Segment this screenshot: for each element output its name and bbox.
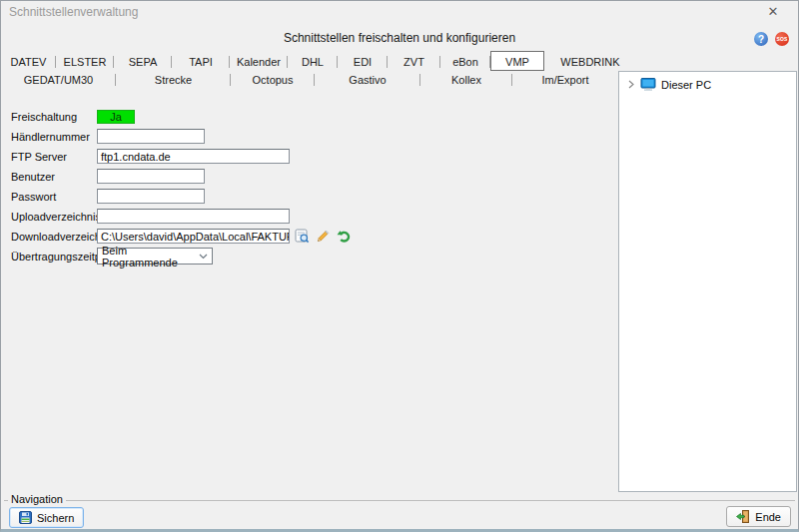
field-label-freischaltung: Freischaltung (11, 111, 97, 123)
tab-bar-row1: DATEVELSTERSEPATAPIKalenderDHLEDIZVTeBon… (1, 53, 798, 71)
tab-sepa[interactable]: SEPA (114, 53, 172, 71)
tab-gastivo[interactable]: Gastivo (315, 71, 420, 89)
h-ndlernummer-input[interactable] (97, 129, 205, 144)
preview-icon[interactable] (295, 229, 310, 244)
page-title: Schnittstellen freischalten und konfigur… (284, 31, 515, 45)
field-tool-icons (295, 229, 352, 244)
computer-icon (640, 78, 656, 91)
schnittstellenverwaltung-window: Schnittstellenverwaltung ✕ Schnittstelle… (0, 0, 799, 532)
tree-item-dieser-pc[interactable]: Dieser PC (619, 76, 796, 93)
uploadverzeichnis-input[interactable] (97, 209, 290, 224)
field-label-ftp-server: FTP Server (11, 151, 97, 163)
field-label-uploadverzeichnis: Uploadverzeichnis (11, 211, 97, 223)
save-button-label: Sichern (37, 512, 74, 524)
form-row-ftp-server: FTP Serverftp1.cndata.de (11, 149, 470, 164)
form-row-uploadverzeichnis: Uploadverzeichnis (11, 209, 470, 224)
vmp-settings-form: FreischaltungJaHändlernummerFTP Serverft… (11, 109, 470, 268)
header-icons: ? SOS (754, 32, 789, 46)
tab-kalender[interactable]: Kalender (230, 53, 288, 71)
end-button-label: Ende (755, 511, 781, 523)
tab-tapi[interactable]: TAPI (172, 53, 230, 71)
passwort-input[interactable] (97, 189, 205, 204)
status-badge-freischaltung: Ja (97, 110, 135, 124)
tab-dhl[interactable]: DHL (288, 53, 338, 71)
navigation-group-label: Navigation (8, 493, 66, 505)
tree-item-label: Dieser PC (661, 79, 711, 91)
file-tree-panel: Dieser PC (618, 71, 797, 492)
tab-elster[interactable]: ELSTER (56, 53, 114, 71)
field-label-bertragungszeitpunkt: Übertragungszeitpunkt (11, 251, 97, 263)
field-label-downloadverzeichnis: Downloadverzeichnis (11, 231, 97, 243)
tab-zvt[interactable]: ZVT (388, 53, 440, 71)
ftp-server-input[interactable]: ftp1.cndata.de (97, 149, 290, 164)
exit-door-icon (736, 510, 750, 523)
form-row-bertragungszeitpunkt: ÜbertragungszeitpunktBeim Programmende (11, 249, 470, 264)
tab-webdrink[interactable]: WEBDRINK (544, 53, 636, 71)
tab-gedat-um30[interactable]: GEDAT/UM30 (1, 71, 116, 89)
form-row-benutzer: Benutzer (11, 169, 470, 184)
tab-vmp[interactable]: VMP (490, 51, 544, 71)
field-label-benutzer: Benutzer (11, 171, 97, 183)
tab-edi[interactable]: EDI (338, 53, 388, 71)
tab-octopus[interactable]: Octopus (231, 71, 315, 89)
pencil-icon[interactable] (316, 229, 331, 244)
form-row-downloadverzeichnis: DownloadverzeichnisC:\Users\david\AppDat… (11, 229, 470, 244)
form-row-freischaltung: FreischaltungJa (11, 109, 470, 124)
form-row-h-ndlernummer: Händlernummer (11, 129, 470, 144)
benutzer-input[interactable] (97, 169, 205, 184)
tab-strecke[interactable]: Strecke (116, 71, 231, 89)
field-label-passwort: Passwort (11, 191, 97, 203)
close-icon[interactable]: ✕ (756, 2, 790, 21)
sos-icon[interactable]: SOS (775, 32, 789, 46)
help-icon[interactable]: ? (754, 32, 768, 46)
bertragungszeitpunkt-select[interactable]: Beim Programmende (97, 248, 213, 265)
save-button[interactable]: Sichern (9, 507, 84, 528)
window-title: Schnittstellenverwaltung (9, 5, 138, 19)
tab-kollex[interactable]: Kollex (420, 71, 512, 89)
tab-ebon[interactable]: eBon (440, 53, 490, 71)
undo-icon[interactable] (337, 229, 352, 244)
field-label-h-ndlernummer: Händlernummer (11, 131, 97, 143)
tab-im-export[interactable]: Im/Export (512, 71, 618, 89)
floppy-disk-icon (19, 511, 32, 524)
tab-datev[interactable]: DATEV (1, 53, 56, 71)
navigation-group: Navigation (4, 500, 795, 529)
end-button[interactable]: Ende (726, 506, 791, 527)
titlebar: Schnittstellenverwaltung ✕ (1, 1, 798, 23)
tab-bar-row2: GEDAT/UM30StreckeOctopusGastivoKollexIm/… (1, 71, 618, 89)
form-row-passwort: Passwort (11, 189, 470, 204)
downloadverzeichnis-input[interactable]: C:\Users\david\AppData\Local\FAKTURAB\Ab… (97, 229, 290, 244)
chevron-down-icon (199, 254, 208, 260)
header-band: Schnittstellen freischalten und konfigur… (1, 23, 798, 53)
select-value: Beim Programmende (102, 245, 199, 268)
chevron-right-icon[interactable] (627, 80, 635, 89)
